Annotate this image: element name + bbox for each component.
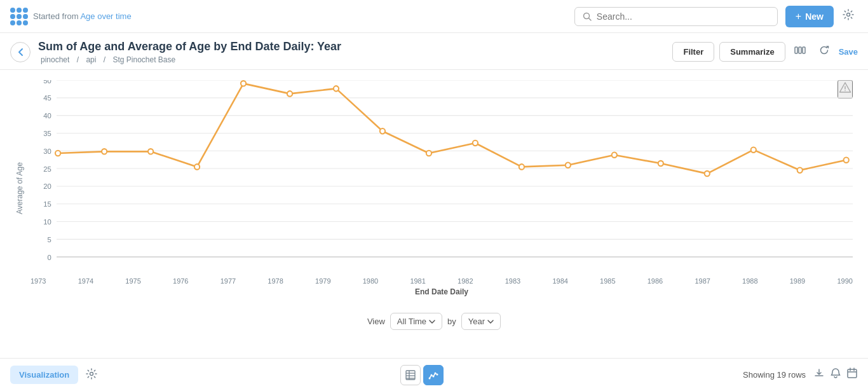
- gear-button[interactable]: [839, 5, 858, 27]
- back-button[interactable]: [10, 42, 31, 62]
- bottom-right-info: Showing 19 rows: [743, 367, 858, 382]
- refresh-button[interactable]: [815, 41, 834, 63]
- back-icon: [17, 48, 24, 57]
- logo: [10, 8, 28, 25]
- svg-text:15: 15: [43, 201, 51, 209]
- view-controls: View All Time by Year: [0, 305, 868, 335]
- refresh-icon: [818, 45, 830, 56]
- svg-text:25: 25: [43, 165, 51, 173]
- y-axis-label: Average of Age: [15, 80, 28, 296]
- x-axis-label: 1987: [695, 277, 710, 285]
- chevron-down-icon: [429, 320, 435, 324]
- svg-text:40: 40: [43, 113, 51, 120]
- chevron-down-icon-2: [487, 320, 494, 324]
- svg-point-44: [658, 161, 663, 166]
- x-axis-label: 1979: [315, 277, 330, 285]
- save-button[interactable]: Save: [839, 47, 858, 57]
- svg-point-32: [102, 149, 107, 154]
- search-input[interactable]: [597, 11, 770, 22]
- svg-text:20: 20: [43, 183, 51, 191]
- plus-icon: +: [796, 11, 801, 22]
- x-axis-label: 1985: [600, 277, 615, 285]
- svg-text:50: 50: [43, 80, 51, 85]
- x-axis-label: 1986: [648, 277, 663, 285]
- svg-text:35: 35: [43, 130, 51, 137]
- settings-icon: [86, 368, 97, 380]
- chart-view-button[interactable]: [423, 365, 444, 385]
- chart-svg: 0 5 10 15 20 25 30 35 40 45 50: [31, 80, 853, 275]
- chart-container: Average of Age 0: [0, 70, 868, 305]
- svg-point-37: [334, 86, 339, 92]
- bottom-bar: Visualization: [0, 358, 868, 391]
- svg-point-38: [380, 128, 385, 134]
- svg-point-33: [148, 149, 153, 154]
- svg-rect-3: [795, 47, 797, 53]
- svg-text:0: 0: [48, 254, 51, 261]
- x-axis-label: 1974: [78, 277, 93, 285]
- filter-button[interactable]: Filter: [672, 42, 714, 62]
- breadcrumb: pinochet / api / Stg Pinochet Base: [38, 55, 672, 64]
- svg-rect-4: [799, 47, 801, 53]
- header-actions: Filter Summarize Save: [672, 41, 858, 63]
- by-label: by: [447, 317, 456, 326]
- calendar-icon-button[interactable]: [846, 367, 858, 382]
- svg-point-47: [797, 168, 803, 173]
- alert-icon-button[interactable]: [830, 367, 841, 382]
- svg-point-2: [847, 13, 850, 17]
- visualization-tab[interactable]: Visualization: [10, 366, 78, 384]
- x-axis-label: 1983: [505, 277, 520, 285]
- table-icon: [405, 370, 416, 380]
- svg-point-31: [55, 151, 60, 156]
- download-icon-button[interactable]: [813, 367, 825, 382]
- time-range-select[interactable]: All Time: [390, 313, 442, 330]
- summarize-button[interactable]: Summarize: [719, 42, 785, 62]
- x-axis-title: End Date Daily: [31, 287, 853, 296]
- x-axis-label: 1978: [268, 277, 283, 285]
- svg-point-49: [90, 372, 93, 375]
- x-axis-label: 1989: [790, 277, 805, 285]
- view-label: View: [367, 317, 385, 326]
- svg-point-41: [519, 165, 524, 170]
- svg-point-58: [435, 372, 437, 374]
- svg-text:10: 10: [43, 218, 51, 226]
- svg-rect-5: [803, 47, 805, 53]
- x-axis-label: 1975: [125, 277, 140, 285]
- x-axis-label: 1980: [363, 277, 378, 285]
- table-view-button[interactable]: [400, 365, 421, 385]
- svg-point-48: [844, 158, 849, 163]
- bell-icon: [830, 367, 841, 379]
- x-axis-label: 1977: [220, 277, 236, 285]
- x-axis-label: 1973: [31, 277, 46, 285]
- svg-text:45: 45: [43, 95, 51, 102]
- x-axis-label: 1988: [742, 277, 757, 285]
- svg-text:30: 30: [43, 147, 51, 155]
- page-title: Sum of Age and Average of Age by End Dat…: [38, 39, 672, 54]
- download-icon: [813, 367, 825, 379]
- x-axis-label: 1976: [173, 277, 188, 285]
- chart-inner: Average of Age 0: [15, 80, 853, 296]
- svg-point-42: [566, 163, 571, 168]
- new-button[interactable]: + New: [785, 6, 834, 27]
- svg-point-36: [287, 92, 292, 97]
- svg-point-40: [473, 141, 478, 146]
- settings-icon-button[interactable]: [82, 364, 101, 386]
- svg-point-34: [194, 165, 200, 170]
- calendar-icon: [846, 367, 858, 379]
- svg-point-43: [612, 153, 617, 158]
- header-text-area: Sum of Age and Average of Age by End Dat…: [38, 39, 672, 64]
- age-over-time-link[interactable]: Age over time: [80, 11, 131, 21]
- rows-count: Showing 19 rows: [743, 370, 806, 380]
- svg-text:5: 5: [48, 236, 51, 244]
- svg-point-55: [429, 377, 431, 379]
- x-axis-label: 1990: [837, 277, 852, 285]
- started-from-text: Started from Age over time: [33, 11, 132, 21]
- chart-icon: [428, 370, 438, 380]
- svg-point-35: [241, 81, 246, 86]
- svg-point-45: [705, 171, 710, 176]
- svg-point-39: [426, 151, 431, 156]
- top-navigation: Started from Age over time + New: [0, 0, 868, 33]
- svg-point-59: [437, 373, 438, 375]
- page-header: Sum of Age and Average of Age by End Dat…: [0, 33, 868, 70]
- granularity-select[interactable]: Year: [461, 313, 501, 330]
- columns-icon-button[interactable]: [790, 41, 810, 63]
